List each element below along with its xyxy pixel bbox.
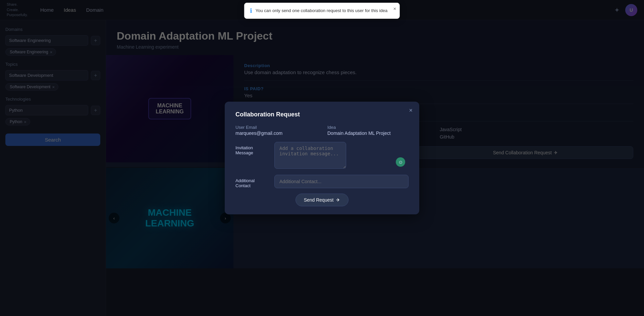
modal-actions: Send Request ✈ [235, 194, 409, 206]
modal-idea-value: Domain Adaptation ML Project [327, 130, 409, 136]
ai-assist-icon[interactable]: ⊙ [396, 157, 405, 167]
send-request-label: Send Request [304, 197, 334, 203]
invitation-label: InvitationMessage [235, 142, 269, 170]
modal-user-email-field: User Email marquees@gmail.com [235, 125, 317, 136]
invitation-message-input[interactable] [274, 142, 346, 169]
modal-title: Collaboration Request [235, 111, 409, 118]
additional-contact-input[interactable] [274, 175, 409, 188]
notification-close-button[interactable]: × [393, 6, 396, 11]
modal-user-email-value: marquees@gmail.com [235, 130, 317, 136]
info-icon: ℹ [250, 7, 252, 14]
modal-idea-field: Idea Domain Adaptation ML Project [327, 125, 409, 136]
notification-text: You can only send one collaboration requ… [256, 8, 387, 14]
invitation-message-group: InvitationMessage ⊙ [235, 142, 409, 170]
additional-contact-group: AdditionalContact [235, 175, 409, 188]
send-request-button[interactable]: Send Request ✈ [296, 194, 349, 206]
textarea-wrapper: ⊙ [274, 142, 409, 170]
send-request-icon: ✈ [336, 197, 340, 203]
modal-overlay[interactable]: Collaboration Request × User Email marqu… [0, 0, 644, 316]
notification-banner: ℹ You can only send one collaboration re… [244, 3, 400, 19]
modal-close-button[interactable]: × [409, 107, 413, 114]
modal-info-row: User Email marquees@gmail.com Idea Domai… [235, 125, 409, 136]
modal-user-email-label: User Email [235, 125, 317, 130]
collaboration-request-modal: Collaboration Request × User Email marqu… [225, 102, 419, 214]
additional-contact-label: AdditionalContact [235, 175, 269, 188]
modal-idea-label: Idea [327, 125, 409, 130]
